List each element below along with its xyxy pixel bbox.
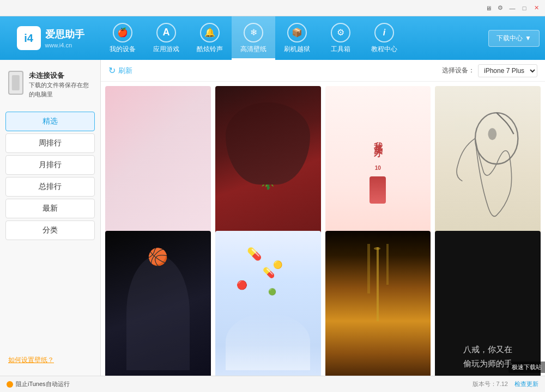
wallpaper-item[interactable] xyxy=(435,86,541,250)
wallpaper-item[interactable]: 🌹 xyxy=(215,86,321,250)
check-update-button[interactable]: 检查更新 xyxy=(514,380,538,388)
nav-item-app-game[interactable]: A 应用游戏 xyxy=(144,16,188,60)
wallpaper-item[interactable] xyxy=(105,86,211,250)
wallpaper-item[interactable]: 八戒，你又在偷玩为师的手 xyxy=(435,231,541,376)
wallpaper-item[interactable]: BroadwayWest 34th St xyxy=(325,231,431,376)
minimize-icon[interactable]: 🖥 xyxy=(484,4,493,13)
device-select-dropdown[interactable]: iPhone 7 Plus iPhone 6 Plus iPhone 6s iP… xyxy=(478,64,537,77)
nav-item-hd-wallpaper[interactable]: ❄ 高清壁纸 xyxy=(232,16,275,60)
nav-icon-toolbox: ⚙ xyxy=(331,23,350,42)
sidebar-item-monthly[interactable]: 月排行 xyxy=(5,155,95,175)
header: i4 爱思助手 www.i4.cn 🍎 我的设备 A 应用游戏 🔔 酷炫铃声 ❄… xyxy=(0,16,545,60)
device-description: 下载的文件将保存在您的电脑里 xyxy=(29,81,92,99)
nav-item-my-device[interactable]: 🍎 我的设备 xyxy=(101,16,144,60)
sidebar-item-weekly[interactable]: 周排行 xyxy=(5,133,95,153)
device-icon xyxy=(8,71,23,95)
wallpaper-help-link[interactable]: 如何设置壁纸？ xyxy=(0,350,100,370)
maximize-icon[interactable]: □ xyxy=(520,4,529,13)
device-area: 未连接设备 下载的文件将保存在您的电脑里 xyxy=(0,65,100,104)
device-select-area: 选择设备： iPhone 7 Plus iPhone 6 Plus iPhone… xyxy=(442,64,537,77)
nav-icon-ringtone: 🔔 xyxy=(200,23,220,42)
sidebar-item-latest[interactable]: 最新 xyxy=(5,199,95,218)
close-icon[interactable]: ✕ xyxy=(532,4,541,13)
minimize-window-icon[interactable]: — xyxy=(508,4,517,13)
nav-icon-jailbreak: 📦 xyxy=(287,23,307,42)
version-label: 版本号：7.12 xyxy=(473,380,508,388)
nav-icon-my-device: 🍎 xyxy=(113,23,132,42)
app-url: www.i4.cn xyxy=(45,42,84,48)
sidebar-item-category[interactable]: 分类 xyxy=(5,220,95,240)
wallpaper-item[interactable]: 🏀 xyxy=(105,231,211,376)
nav-item-ringtone[interactable]: 🔔 酷炫铃声 xyxy=(188,16,232,60)
wallpaper-item[interactable]: 💊 💊 🔴 🟡 🟢 xyxy=(215,231,321,376)
bottom-bar: 阻止iTunes自动运行 版本号：7.12 检查更新 xyxy=(0,376,545,392)
wallpaper-grid: 🌹 我是天才 10 xyxy=(101,82,545,376)
sidebar: 未连接设备 下载的文件将保存在您的电脑里 精选 周排行 月排行 总排行 最新 分… xyxy=(0,60,101,376)
download-center-button[interactable]: 下载中心 ▼ xyxy=(488,30,540,47)
app-logo-icon: i4 xyxy=(17,26,41,50)
svg-point-1 xyxy=(488,128,496,140)
nav-item-toolbox[interactable]: ⚙ 工具箱 xyxy=(319,16,362,60)
content-toolbar: ↻ 刷新 选择设备： iPhone 7 Plus iPhone 6 Plus i… xyxy=(101,60,545,82)
watermark: 极速下载站 xyxy=(508,362,545,373)
nav-icon-app-game: A xyxy=(156,23,176,42)
refresh-button[interactable]: ↻ 刷新 xyxy=(108,65,132,76)
logo-area: i4 爱思助手 www.i4.cn xyxy=(0,26,101,50)
nav-icon-tutorial: i xyxy=(374,23,394,42)
nav-icon-hd-wallpaper: ❄ xyxy=(244,23,263,42)
nav-item-jailbreak[interactable]: 📦 刷机越狱 xyxy=(275,16,319,60)
nav-item-tutorial[interactable]: i 教程中心 xyxy=(362,16,406,60)
app-name: 爱思助手 xyxy=(45,28,84,41)
wallpaper-item[interactable]: 我是天才 10 xyxy=(325,86,431,250)
refresh-icon: ↻ xyxy=(108,65,116,76)
sidebar-item-featured[interactable]: 精选 xyxy=(5,112,95,131)
settings-icon[interactable]: ⚙ xyxy=(496,4,505,13)
stop-icon xyxy=(7,381,13,388)
sidebar-item-total[interactable]: 总排行 xyxy=(5,177,95,197)
sidebar-menu: 精选 周排行 月排行 总排行 最新 分类 xyxy=(0,109,100,350)
title-bar: 🖥 ⚙ — □ ✕ xyxy=(0,0,545,16)
window-controls[interactable]: 🖥 ⚙ — □ ✕ xyxy=(484,4,541,13)
itunes-auto-run-button[interactable]: 阻止iTunes自动运行 xyxy=(7,380,70,388)
content-area: ↻ 刷新 选择设备： iPhone 7 Plus iPhone 6 Plus i… xyxy=(101,60,545,376)
device-status: 未连接设备 xyxy=(29,71,92,81)
svg-point-0 xyxy=(475,113,518,164)
main-nav: 🍎 我的设备 A 应用游戏 🔔 酷炫铃声 ❄ 高清壁纸 📦 刷机越狱 ⚙ 工具箱… xyxy=(101,16,483,60)
